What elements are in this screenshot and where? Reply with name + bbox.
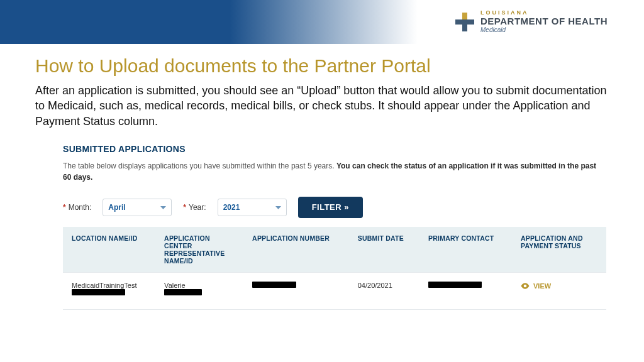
- month-label: *Month:: [63, 203, 91, 212]
- eye-icon: [521, 282, 530, 290]
- col-location: LOCATION NAME/ID: [63, 227, 155, 273]
- year-select[interactable]: 2021: [218, 199, 287, 216]
- required-star: *: [183, 203, 186, 212]
- redacted-text: [252, 282, 296, 288]
- panel-heading: SUBMITTED APPLICATIONS: [63, 144, 606, 154]
- col-contact: PRIMARY CONTACT: [419, 227, 512, 273]
- required-star: *: [63, 203, 66, 212]
- chevron-down-icon: [275, 203, 281, 212]
- month-value: April: [108, 203, 125, 212]
- cell-location: MedicaidTrainingTest: [63, 272, 155, 309]
- cell-rep: Valerie: [155, 272, 243, 309]
- page-title: How to Upload documents to the Partner P…: [35, 55, 619, 77]
- submitted-applications-panel: SUBMITTED APPLICATIONS The table below d…: [63, 144, 606, 310]
- filter-button[interactable]: FILTER »: [298, 197, 363, 218]
- intro-paragraph: After an application is submitted, you s…: [35, 83, 614, 129]
- redacted-text: [72, 289, 125, 295]
- applications-table: LOCATION NAME/ID APPLICATION CENTER REPR…: [63, 227, 606, 310]
- banner-gradient: [0, 0, 418, 44]
- rep-name: Valerie: [164, 282, 185, 289]
- col-submit: SUBMIT DATE: [349, 227, 419, 273]
- col-appnum: APPLICATION NUMBER: [243, 227, 349, 273]
- location-name: MedicaidTrainingTest: [72, 282, 137, 289]
- cell-submit-date: 04/20/2021: [349, 272, 419, 309]
- year-label: *Year:: [183, 203, 206, 212]
- view-link[interactable]: VIEW: [521, 282, 551, 290]
- redacted-text: [164, 289, 202, 295]
- col-status: APPLICATION AND PAYMENT STATUS: [512, 227, 606, 273]
- logo-line2: DEPARTMENT OF HEALTH: [480, 16, 608, 26]
- logo-line3: Medicaid: [480, 27, 608, 34]
- svg-rect-2: [462, 13, 467, 19]
- ldh-logo: LOUISIANA DEPARTMENT OF HEALTH Medicaid: [454, 10, 608, 34]
- cell-contact: [419, 272, 512, 309]
- view-label: VIEW: [533, 282, 551, 290]
- month-select[interactable]: April: [103, 199, 172, 216]
- table-row: MedicaidTrainingTest Valerie 04/20/2021: [63, 272, 606, 309]
- logo-area: LOUISIANA DEPARTMENT OF HEALTH Medicaid: [418, 0, 644, 44]
- cell-appnum: [243, 272, 349, 309]
- cell-status: VIEW: [512, 272, 606, 309]
- plus-icon: [454, 11, 475, 33]
- col-rep: APPLICATION CENTER REPRESENTATIVE NAME/I…: [155, 227, 243, 273]
- header-banner: LOUISIANA DEPARTMENT OF HEALTH Medicaid: [0, 0, 644, 44]
- chevron-down-icon: [160, 203, 166, 212]
- panel-desc-plain: The table below displays applications yo…: [63, 162, 336, 170]
- redacted-text: [428, 282, 482, 288]
- filter-row: *Month: April *Year: 2021 FILTER »: [63, 197, 606, 218]
- panel-description: The table below displays applications yo…: [63, 160, 606, 183]
- svg-rect-1: [455, 19, 474, 25]
- year-value: 2021: [223, 203, 240, 212]
